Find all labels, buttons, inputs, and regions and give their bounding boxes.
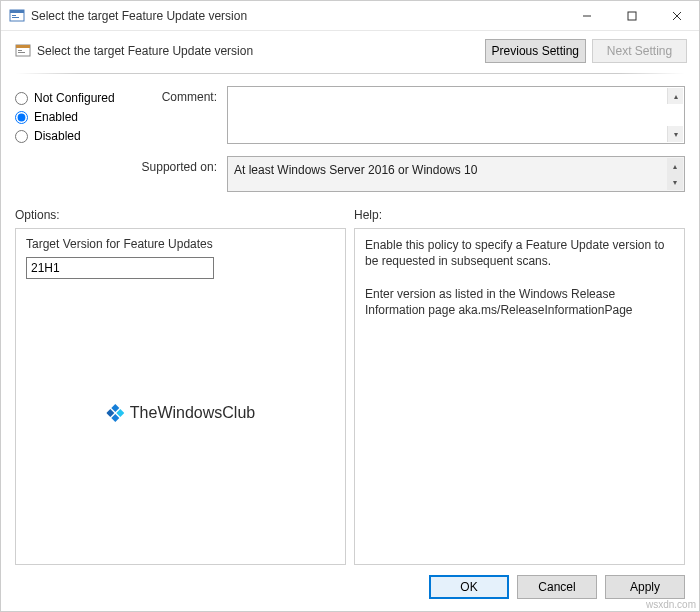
footer: OK Cancel Apply: [1, 565, 699, 611]
options-panel: Target Version for Feature Updates TheWi…: [15, 228, 346, 565]
apply-button[interactable]: Apply: [605, 575, 685, 599]
svg-rect-5: [628, 12, 636, 20]
radio-label: Disabled: [34, 129, 81, 143]
svg-marker-13: [116, 409, 124, 417]
watermark-icon: [106, 404, 124, 422]
scroll-down-icon[interactable]: ▾: [667, 126, 683, 142]
radio-label: Enabled: [34, 110, 78, 124]
options-column: Options: Target Version for Feature Upda…: [15, 208, 346, 565]
radio-not-configured[interactable]: Not Configured: [15, 91, 135, 105]
config-row: Not Configured Enabled Disabled Comment:…: [1, 82, 699, 152]
svg-marker-14: [111, 414, 119, 422]
comment-value: [228, 87, 684, 143]
radio-enabled-input[interactable]: [15, 111, 28, 124]
svg-rect-11: [18, 52, 25, 53]
policy-icon: [15, 43, 31, 59]
watermark-text: TheWindowsClub: [130, 404, 255, 422]
radio-disabled-input[interactable]: [15, 130, 28, 143]
svg-rect-3: [12, 17, 19, 18]
supported-on-box: At least Windows Server 2016 or Windows …: [227, 156, 685, 192]
divider: [15, 73, 685, 74]
supported-on-value: At least Windows Server 2016 or Windows …: [228, 157, 684, 181]
window-title: Select the target Feature Update version: [31, 9, 564, 23]
svg-rect-9: [16, 45, 30, 48]
policy-title: Select the target Feature Update version: [37, 44, 479, 58]
supported-on-label: Supported on:: [15, 156, 227, 192]
svg-rect-10: [18, 50, 22, 51]
svg-rect-1: [10, 10, 24, 13]
radio-label: Not Configured: [34, 91, 115, 105]
comment-label: Comment:: [135, 86, 227, 104]
target-version-label: Target Version for Feature Updates: [26, 237, 335, 251]
target-version-input[interactable]: [26, 257, 214, 279]
supported-row: Supported on: At least Windows Server 20…: [1, 152, 699, 202]
scroll-up-icon[interactable]: ▴: [667, 88, 683, 104]
ok-button[interactable]: OK: [429, 575, 509, 599]
title-bar: Select the target Feature Update version: [1, 1, 699, 31]
maximize-button[interactable]: [609, 1, 654, 31]
next-setting-button[interactable]: Next Setting: [592, 39, 687, 63]
options-label: Options:: [15, 208, 346, 222]
help-panel: Enable this policy to specify a Feature …: [354, 228, 685, 565]
window-controls: [564, 1, 699, 30]
help-text: Enable this policy to specify a Feature …: [365, 237, 674, 318]
watermark: TheWindowsClub: [106, 404, 255, 422]
scroll-down-icon[interactable]: ▾: [667, 174, 683, 190]
radio-not-configured-input[interactable]: [15, 92, 28, 105]
header-row: Select the target Feature Update version…: [1, 31, 699, 73]
scroll-up-icon[interactable]: ▴: [667, 158, 683, 174]
svg-marker-15: [106, 409, 114, 417]
previous-setting-button[interactable]: Previous Setting: [485, 39, 586, 63]
svg-marker-12: [111, 404, 119, 412]
radio-group: Not Configured Enabled Disabled: [15, 86, 135, 148]
minimize-button[interactable]: [564, 1, 609, 31]
svg-rect-2: [12, 15, 16, 16]
radio-enabled[interactable]: Enabled: [15, 110, 135, 124]
comment-textarea[interactable]: ▴ ▾: [227, 86, 685, 144]
close-button[interactable]: [654, 1, 699, 31]
app-icon: [9, 8, 25, 24]
help-label: Help:: [354, 208, 685, 222]
radio-disabled[interactable]: Disabled: [15, 129, 135, 143]
cancel-button[interactable]: Cancel: [517, 575, 597, 599]
help-column: Help: Enable this policy to specify a Fe…: [354, 208, 685, 565]
main-columns: Options: Target Version for Feature Upda…: [1, 202, 699, 565]
